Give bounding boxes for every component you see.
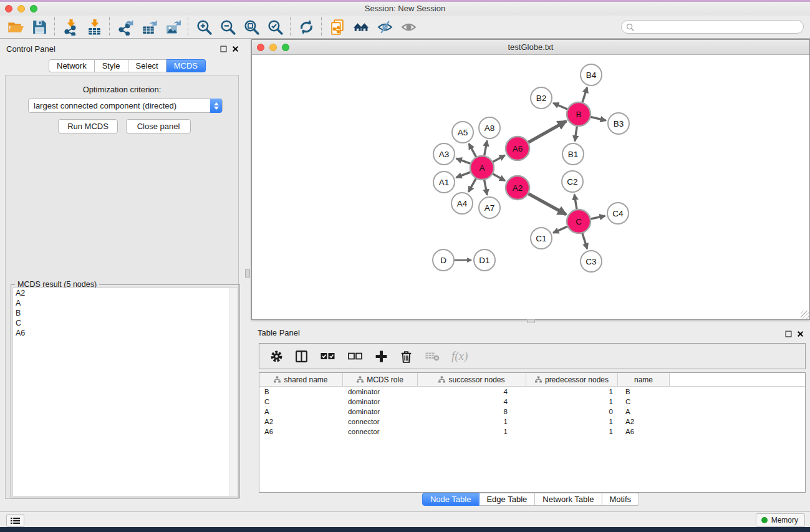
zoom-out-button[interactable] — [216, 17, 239, 37]
open-session-button[interactable] — [4, 17, 27, 37]
column-header-predecessor-nodes[interactable]: predecessor nodes — [526, 373, 618, 386]
table-cell[interactable]: 4 — [418, 398, 526, 405]
column-header-shared-name[interactable]: shared name — [259, 373, 343, 386]
table-cell[interactable]: 1 — [526, 428, 618, 435]
graph-node-B1[interactable]: B1 — [562, 143, 584, 165]
table-cell[interactable]: 1 — [418, 428, 526, 435]
mcds-result-item[interactable]: C — [13, 318, 238, 328]
show-columns-button[interactable] — [294, 349, 309, 364]
graph-node-C3[interactable]: C3 — [581, 251, 602, 272]
graph-node-B[interactable]: B — [567, 102, 591, 126]
table-cell[interactable]: C — [259, 398, 343, 405]
search-input[interactable] — [637, 22, 796, 32]
table-cell[interactable]: dominator — [343, 398, 418, 405]
show-all-button[interactable] — [397, 17, 420, 37]
deselect-all-columns-button[interactable] — [347, 349, 364, 363]
run-mcds-button[interactable]: Run MCDS — [58, 119, 118, 133]
tab-mcds[interactable]: MCDS — [166, 59, 206, 72]
graph-node-A8[interactable]: A8 — [479, 117, 500, 138]
mcds-result-item[interactable]: A6 — [13, 328, 238, 338]
import-network-button[interactable] — [59, 17, 82, 37]
table-cell[interactable]: connector — [343, 418, 418, 425]
mcds-result-item[interactable]: B — [13, 308, 238, 318]
column-header-successor-nodes[interactable]: successor nodes — [418, 373, 526, 386]
export-image-button[interactable] — [161, 17, 185, 37]
table-cell[interactable]: 0 — [526, 408, 618, 415]
table-cell[interactable]: B — [259, 388, 343, 395]
graph-node-C4[interactable]: C4 — [607, 203, 629, 224]
float-panel-icon[interactable] — [785, 331, 792, 337]
create-column-button[interactable] — [374, 349, 388, 364]
column-header-MCDS-role[interactable]: MCDS role — [343, 373, 418, 386]
table-cell[interactable]: A2 — [259, 418, 343, 425]
mcds-result-list[interactable]: A2ABCA6 — [12, 288, 238, 496]
task-history-button[interactable] — [6, 514, 24, 527]
graph-node-A5[interactable]: A5 — [452, 122, 473, 143]
search-field[interactable] — [621, 20, 804, 34]
graph-node-C[interactable]: C — [567, 210, 591, 233]
table-row[interactable]: Cdominator41C — [259, 397, 805, 407]
close-panel-icon[interactable] — [232, 46, 239, 52]
refresh-button[interactable] — [294, 17, 318, 37]
export-table-button[interactable] — [137, 17, 161, 37]
import-table-button[interactable] — [82, 17, 106, 37]
tab-style[interactable]: Style — [95, 59, 128, 72]
zoom-in-button[interactable] — [192, 17, 216, 37]
first-neighbors-button[interactable] — [349, 17, 373, 37]
network-window-titlebar[interactable]: testGlobe.txt — [252, 40, 809, 55]
table-cell[interactable]: A2 — [618, 418, 670, 425]
column-header-name[interactable]: name — [618, 373, 670, 386]
window-resize-grip[interactable] — [801, 311, 809, 319]
table-cell[interactable]: dominator — [343, 388, 418, 395]
result-scrollbar[interactable] — [229, 288, 238, 496]
graph-node-A[interactable]: A — [470, 156, 494, 180]
graph-node-D1[interactable]: D1 — [474, 249, 495, 271]
graph-node-B3[interactable]: B3 — [608, 113, 629, 134]
graph-node-A3[interactable]: A3 — [433, 143, 455, 165]
mcds-result-item[interactable]: A — [13, 298, 238, 308]
network-canvas[interactable]: AA1A2A3A4A5A6A7A8BB1B2B3B4CC1C2C3C4DD1 — [253, 55, 809, 319]
graph-node-B2[interactable]: B2 — [531, 87, 552, 109]
memory-button[interactable]: Memory — [756, 513, 805, 527]
table-cell[interactable]: connector — [343, 428, 418, 435]
graph-node-A7[interactable]: A7 — [479, 197, 500, 218]
tab-select[interactable]: Select — [128, 59, 166, 72]
float-panel-icon[interactable] — [220, 46, 227, 52]
export-network-button[interactable] — [113, 17, 137, 37]
zoom-selected-button[interactable] — [263, 17, 287, 37]
tab-network-table[interactable]: Network Table — [535, 493, 602, 506]
table-cell[interactable]: A — [618, 408, 670, 415]
select-all-columns-button[interactable] — [319, 349, 336, 363]
table-cell[interactable]: C — [618, 398, 670, 405]
table-cell[interactable]: 4 — [418, 388, 526, 395]
graph-node-D[interactable]: D — [433, 249, 454, 271]
table-row[interactable]: A6connector11A6 — [259, 427, 805, 437]
graph-node-B4[interactable]: B4 — [581, 64, 602, 85]
table-row[interactable]: Bdominator41B — [259, 387, 805, 397]
table-cell[interactable]: A6 — [259, 428, 343, 435]
table-cell[interactable]: dominator — [343, 408, 418, 415]
graph-node-C2[interactable]: C2 — [562, 171, 583, 192]
table-cell[interactable]: 1 — [526, 418, 618, 425]
zoom-fit-button[interactable] — [239, 17, 263, 37]
graph-node-A6[interactable]: A6 — [506, 137, 529, 160]
save-session-button[interactable] — [27, 17, 51, 37]
table-row[interactable]: Adominator80A — [259, 407, 805, 417]
new-network-from-selection-button[interactable] — [325, 17, 349, 37]
vertical-splitter-grip[interactable] — [245, 269, 250, 278]
graph-node-A4[interactable]: A4 — [451, 193, 473, 214]
tab-edge-table[interactable]: Edge Table — [479, 493, 535, 506]
table-cell[interactable]: B — [618, 388, 670, 395]
delete-column-button[interactable] — [399, 349, 413, 364]
mcds-result-item[interactable]: A2 — [13, 288, 238, 298]
table-cell[interactable]: 8 — [418, 408, 526, 415]
tab-network[interactable]: Network — [49, 59, 95, 72]
table-cell[interactable]: A — [259, 408, 343, 415]
table-settings-button[interactable] — [269, 349, 284, 364]
graph-node-A2[interactable]: A2 — [506, 176, 529, 200]
table-cell[interactable]: 1 — [418, 418, 526, 425]
tab-node-table[interactable]: Node Table — [422, 493, 480, 506]
table-cell[interactable]: 1 — [526, 388, 618, 395]
close-panel-button[interactable]: Close panel — [126, 119, 191, 133]
graph-node-C1[interactable]: C1 — [531, 228, 552, 249]
